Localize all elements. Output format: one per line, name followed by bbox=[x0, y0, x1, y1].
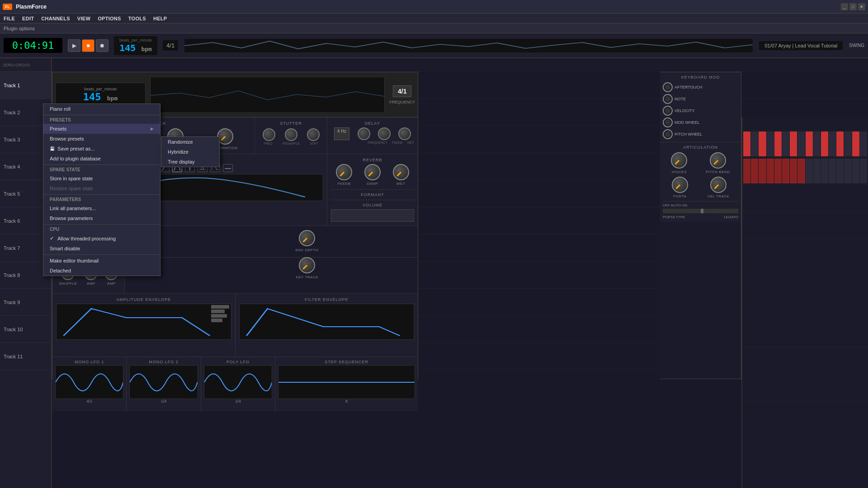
link-params-label: Link all parameters... bbox=[50, 206, 96, 211]
menu-edit[interactable]: EDIT bbox=[22, 16, 34, 21]
context-menu: Piano roll Presets Presets Randomize Hyb… bbox=[43, 103, 160, 276]
menu-smart-disable[interactable]: Smart disable bbox=[43, 244, 160, 253]
make-thumbnail-label: Make editor thumbnail bbox=[50, 258, 99, 263]
title-bar: FL PlasmForce _ □ ✕ bbox=[0, 0, 868, 14]
menu-file[interactable]: FILE bbox=[4, 16, 15, 21]
smart-disable-label: Smart disable bbox=[50, 246, 80, 251]
presets-label: Presets bbox=[50, 126, 66, 131]
menu-link-params[interactable]: Link all parameters... bbox=[43, 203, 160, 213]
play-btn[interactable]: ▶ bbox=[68, 39, 80, 52]
separator bbox=[43, 115, 160, 115]
presets-section-label: Presets bbox=[43, 116, 160, 124]
main-area: ZERO-CROSS Track 1 Track 2 Track 3 Track… bbox=[0, 58, 868, 488]
piano-roll-label: Piano roll bbox=[50, 106, 71, 112]
waveform-display bbox=[184, 39, 753, 52]
submenu-randomize[interactable]: Randomize bbox=[161, 137, 219, 147]
plugin-options-label: Plugin options bbox=[4, 26, 35, 31]
swing-label: SWING bbox=[849, 43, 864, 48]
add-plugin-db-label: Add to plugin database bbox=[50, 156, 101, 161]
record-btn[interactable]: ⏺ bbox=[96, 39, 108, 52]
restore-spare-label: Restore spare state bbox=[50, 186, 93, 191]
bpm-label: beats_per_minute bbox=[119, 38, 152, 42]
fl-logo: FL bbox=[3, 4, 12, 10]
time-display: 0:04:91 bbox=[4, 38, 62, 53]
browse-presets-label: Browse presets bbox=[50, 136, 84, 141]
menu-help[interactable]: HELP bbox=[153, 16, 167, 21]
save-preset-label: Save preset as... bbox=[57, 146, 95, 151]
plugin-options-bar: Plugin options bbox=[0, 23, 868, 33]
menu-bar: FILE EDIT CHANNELS VIEW OPTIONS TOOLS HE… bbox=[0, 14, 868, 23]
menu-add-plugin-db[interactable]: Add to plugin database bbox=[43, 154, 160, 164]
menu-browse-params[interactable]: Browse parameters bbox=[43, 213, 160, 223]
browse-params-label: Browse parameters bbox=[50, 216, 93, 221]
separator4 bbox=[43, 224, 160, 225]
separator5 bbox=[43, 254, 160, 255]
detached-label: Detached bbox=[50, 268, 71, 273]
save-preset-icon: 💾 bbox=[50, 146, 55, 151]
submenu-hybridize[interactable]: Hybridize bbox=[161, 147, 219, 157]
submenu: Randomize Hybridize Tree display bbox=[161, 136, 220, 167]
cpu-section-label: CPU bbox=[43, 225, 160, 233]
window-controls[interactable]: _ □ ✕ bbox=[841, 3, 865, 10]
menu-options[interactable]: OPTIONS bbox=[98, 16, 121, 21]
separator2 bbox=[43, 164, 160, 165]
spare-section-label: Spare state bbox=[43, 166, 160, 174]
allow-threaded-label: Allow threaded processing bbox=[57, 236, 116, 241]
menu-browse-presets[interactable]: Browse presets bbox=[43, 134, 160, 144]
app-title: PlasmForce bbox=[16, 4, 47, 10]
maximize-icon[interactable]: □ bbox=[849, 3, 857, 10]
time-sig-display: 4/1 bbox=[163, 40, 178, 51]
minimize-icon[interactable]: _ bbox=[841, 3, 848, 10]
close-icon[interactable]: ✕ bbox=[858, 3, 865, 10]
transport-bar: 0:04:91 ▶ ■ ⏺ beats_per_minute 145 bpm 4… bbox=[0, 33, 868, 58]
params-section-label: Parameters bbox=[43, 196, 160, 203]
menu-allow-threaded[interactable]: Allow threaded processing bbox=[43, 233, 160, 244]
submenu-tree-display[interactable]: Tree display bbox=[161, 157, 219, 167]
menu-detached[interactable]: Detached bbox=[43, 266, 160, 276]
menu-presets[interactable]: Presets Randomize Hybridize Tree display bbox=[43, 124, 160, 134]
store-spare-label: Store in spare state bbox=[50, 176, 93, 181]
bpm-value: 145 bpm bbox=[119, 42, 152, 53]
menu-channels[interactable]: CHANNELS bbox=[41, 16, 70, 21]
separator3 bbox=[43, 194, 160, 195]
menu-view[interactable]: VIEW bbox=[77, 16, 90, 21]
menu-restore-spare: Restore spare state bbox=[43, 183, 160, 193]
menu-tools[interactable]: TOOLS bbox=[128, 16, 146, 21]
stop-btn[interactable]: ■ bbox=[82, 39, 94, 52]
menu-make-thumbnail[interactable]: Make editor thumbnail bbox=[43, 256, 160, 266]
menu-piano-roll[interactable]: Piano roll bbox=[43, 104, 160, 114]
menu-save-preset[interactable]: 💾 Save preset as... bbox=[43, 144, 160, 154]
context-menu-overlay: Piano roll Presets Presets Randomize Hyb… bbox=[0, 58, 868, 488]
menu-store-spare[interactable]: Store in spare state bbox=[43, 174, 160, 183]
song-info: 01/07 Aryay | Lead Vocal Tutorial bbox=[759, 41, 843, 50]
